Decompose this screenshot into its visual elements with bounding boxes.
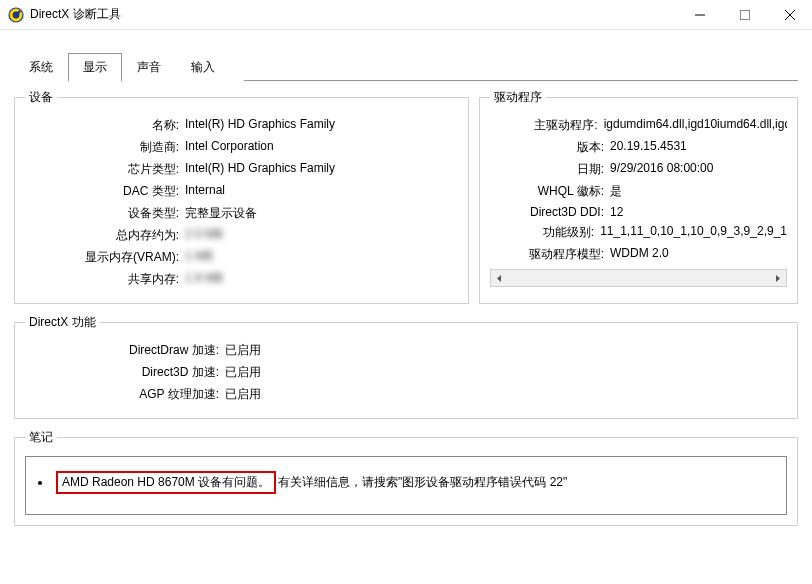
tabs: 系统 显示 声音 输入 [14, 52, 230, 81]
dxfunc-legend: DirectX 功能 [25, 314, 100, 331]
scroll-track[interactable] [508, 270, 769, 286]
kv-row: 版本:20.19.15.4531 [490, 139, 787, 156]
driver-group: 驱动程序 主驱动程序:igdumdim64.dll,igd10iumd64.dl… [479, 89, 798, 304]
kv-row: 显示内存(VRAM):1 MB [25, 249, 458, 266]
tab-input[interactable]: 输入 [176, 53, 230, 82]
notes-legend: 笔记 [25, 429, 57, 446]
kv-row: 驱动程序模型:WDDM 2.0 [490, 246, 787, 263]
scroll-left-arrow[interactable] [491, 270, 508, 286]
bullet-icon [38, 481, 42, 485]
tab-system[interactable]: 系统 [14, 53, 68, 82]
maximize-button[interactable] [722, 0, 767, 29]
kv-row: 设备类型:完整显示设备 [25, 205, 458, 222]
notes-text-area[interactable]: AMD Radeon HD 8670M 设备有问题。有关详细信息，请搜索"图形设… [25, 456, 787, 515]
kv-row: Direct3D 加速:已启用 [25, 364, 787, 381]
note-highlight: AMD Radeon HD 8670M 设备有问题。 [56, 471, 276, 494]
kv-row: 总内存约为:2 0 MB [25, 227, 458, 244]
kv-row: Direct3D DDI:12 [490, 205, 787, 219]
close-button[interactable] [767, 0, 812, 29]
kv-row: 共享内存:1 8 MB [25, 271, 458, 288]
kv-row: DAC 类型:Internal [25, 183, 458, 200]
kv-row: WHQL 徽标:是 [490, 183, 787, 200]
kv-row: 名称:Intel(R) HD Graphics Family [25, 117, 458, 134]
scroll-thumb[interactable] [508, 271, 704, 285]
tab-display[interactable]: 显示 [68, 53, 122, 82]
horizontal-scrollbar[interactable] [490, 269, 787, 287]
kv-row: 主驱动程序:igdumdim64.dll,igd10iumd64.dll,igd… [490, 117, 787, 134]
kv-row: 日期:9/29/2016 08:00:00 [490, 161, 787, 178]
directx-func-group: DirectX 功能 DirectDraw 加速:已启用 Direct3D 加速… [14, 314, 798, 419]
scroll-right-arrow[interactable] [769, 270, 786, 286]
tab-content: 设备 名称:Intel(R) HD Graphics Family 制造商:In… [0, 81, 812, 526]
notes-group: 笔记 AMD Radeon HD 8670M 设备有问题。有关详细信息，请搜索"… [14, 429, 798, 526]
titlebar: DirectX 诊断工具 [0, 0, 812, 30]
window-title: DirectX 诊断工具 [30, 6, 677, 23]
kv-row: 芯片类型:Intel(R) HD Graphics Family [25, 161, 458, 178]
kv-row: 制造商:Intel Corporation [25, 139, 458, 156]
svg-rect-4 [740, 10, 749, 19]
note-line: AMD Radeon HD 8670M 设备有问题。有关详细信息，请搜索"图形设… [56, 471, 567, 494]
kv-row: 功能级别:11_1,11_0,10_1,10_0,9_3,9_2,9_1 [490, 224, 787, 241]
note-rest: 有关详细信息，请搜索"图形设备驱动程序错误代码 22" [278, 475, 567, 489]
device-legend: 设备 [25, 89, 57, 106]
window-controls [677, 0, 812, 29]
minimize-button[interactable] [677, 0, 722, 29]
kv-row: AGP 纹理加速:已启用 [25, 386, 787, 403]
device-group: 设备 名称:Intel(R) HD Graphics Family 制造商:In… [14, 89, 469, 304]
driver-legend: 驱动程序 [490, 89, 546, 106]
kv-row: DirectDraw 加速:已启用 [25, 342, 787, 359]
app-icon [8, 7, 24, 23]
tab-sound[interactable]: 声音 [122, 53, 176, 82]
